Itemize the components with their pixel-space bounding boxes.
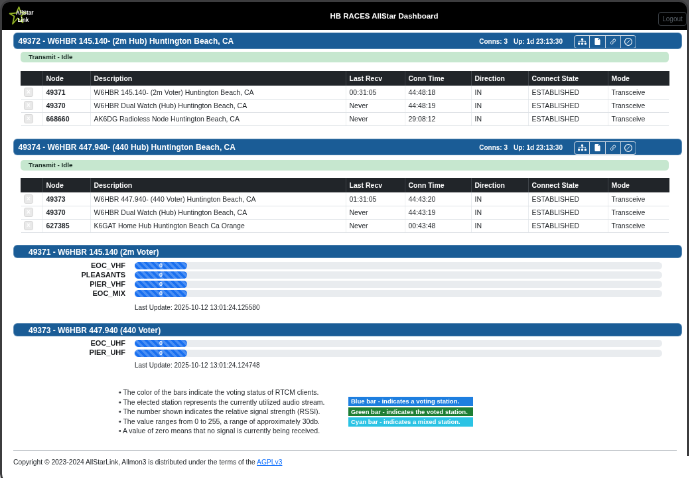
svg-text:Link: Link — [18, 17, 30, 23]
svg-text:AllStar: AllStar — [16, 9, 34, 15]
